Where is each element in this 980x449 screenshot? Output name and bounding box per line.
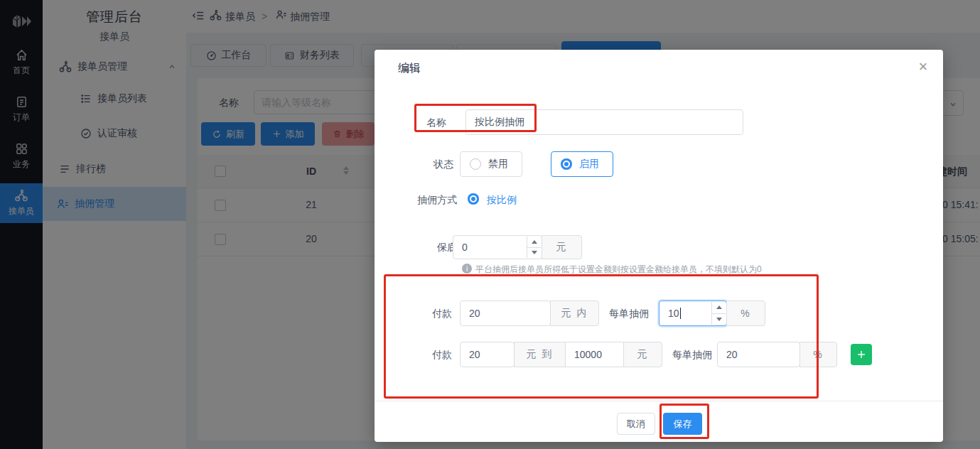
modal-title: 编辑 [398,61,421,76]
number-stepper[interactable] [711,302,726,325]
cancel-button[interactable]: 取消 [617,413,655,435]
floor-input[interactable]: 0 [453,235,542,259]
tier2-from: 20 [469,349,480,360]
method-label: 抽佣方式 [417,194,457,207]
tier2-rate-input[interactable]: 20 [717,342,800,367]
name-input[interactable]: 按比例抽佣 [465,109,743,135]
status-on-label: 启用 [579,158,599,171]
floor-hint: 平台抽佣后接单员所得低于设置金额则按设置金额给接单员，不填则默认为0 [475,264,762,276]
save-button[interactable]: 保存 [663,413,702,435]
status-off-label: 禁用 [488,158,508,171]
name-value: 按比例抽佣 [475,116,524,129]
screen: 首页 订单 业务 接单员 管理后台 接单员 [0,0,980,449]
add-tier-button[interactable] [851,344,872,365]
method-value-label[interactable]: 按比例 [487,194,517,207]
floor-unit-suffix: 元 [542,235,582,259]
floor-unit: 元 [556,241,568,254]
radio-off-icon [470,158,481,170]
tier1-amount-input[interactable]: 20 [460,301,551,326]
info-icon: i [462,264,472,274]
modal-footer: 取消 保存 [375,401,943,442]
tier2-from-input[interactable]: 20 [460,342,515,367]
tier2-rate: 20 [726,349,738,360]
tier2-to-input[interactable]: 10000 [565,342,624,367]
tier2-unit-mid-suffix: 元 到 [514,342,566,367]
edit-modal: 编辑 × 名称 按比例抽佣 状态 禁用 启用 抽佣方式 按比例 保底 0 元 i [375,50,943,442]
tier2-unit-end: 元 [637,348,649,361]
radio-on-icon [561,158,572,170]
plus-icon [856,350,866,359]
radio-on-icon[interactable] [468,193,479,205]
tier2-rate-unit-suffix: % [799,342,837,367]
status-label: 状态 [434,158,453,171]
tier1-rate: 10 [668,308,679,319]
tier2-rate-unit: % [813,349,823,360]
tier2-unit-end-suffix: 元 [623,342,662,367]
tier1-unit-suffix: 元 内 [550,301,599,326]
number-stepper[interactable] [527,237,541,258]
status-disabled-option[interactable]: 禁用 [460,151,522,177]
tier1-rate-input[interactable]: 10 [659,301,727,326]
tier1-rate-label: 每单抽佣 [609,308,649,320]
text-cursor [680,308,681,319]
floor-value: 0 [462,242,468,253]
tier2-rate-label: 每单抽佣 [672,349,712,362]
tier1-unit: 元 内 [561,307,588,320]
status-enabled-option[interactable]: 启用 [551,151,613,177]
tier1-pay-label: 付款 [432,308,452,320]
tier2-to: 10000 [574,349,602,360]
tier1-amount: 20 [469,308,480,319]
tier2-pay-label: 付款 [432,349,452,362]
tier1-rate-unit: % [741,308,750,319]
tier2-unit-mid: 元 到 [527,348,554,361]
tier1-rate-unit-suffix: % [726,301,765,326]
name-label: 名称 [426,117,446,129]
close-icon[interactable]: × [913,57,933,77]
